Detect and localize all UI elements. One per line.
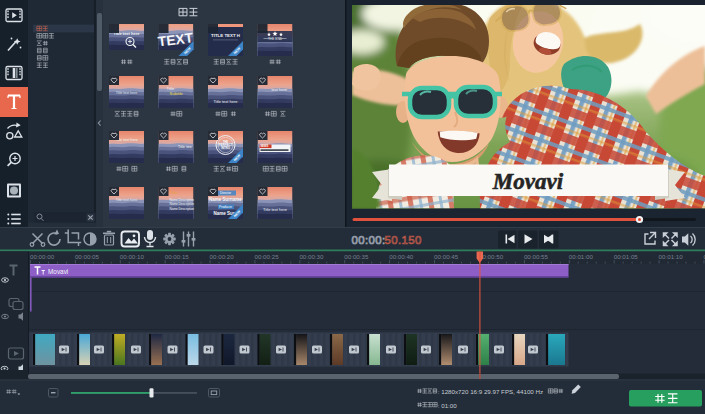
svg-text:Title text here: Title text here [116,198,138,202]
svg-text:Title text here: Title text here [263,207,288,212]
svg-text:00:01:10: 00:01:10 [659,253,684,260]
svg-text:50.150: 50.150 [385,234,422,246]
svg-text:00:00:25: 00:00:25 [255,253,280,260]
svg-text:00:00:45: 00:00:45 [434,253,459,260]
svg-text:: 1280x720 16:9 29.97 FPS, 441: : 1280x720 16:9 29.97 FPS, 44100 Hz [438,388,543,395]
svg-text:TITLE TEXT H: TITLE TEXT H [211,33,240,38]
svg-text:Name Description: Name Description [170,198,195,202]
svg-text:Producer: Producer [219,205,233,209]
svg-text:00:00:40: 00:00:40 [389,253,414,260]
svg-text:00:00:30: 00:00:30 [299,253,324,260]
svg-text:Movavi: Movavi [48,268,68,275]
svg-text:Title tex: Title tex [178,144,192,149]
svg-text:Movavi: Movavi [492,169,564,194]
svg-text:Name Description: Name Description [170,207,195,211]
svg-text:00:00:15: 00:00:15 [165,253,190,260]
svg-text:Title text here: Title text here [213,99,238,104]
svg-text:THE END: THE END [268,37,283,41]
svg-text:Name Surname: Name Surname [209,197,242,202]
svg-text:00:01:05: 00:01:05 [614,253,639,260]
svg-text:00:00:35: 00:00:35 [344,253,369,260]
svg-text:Title: Title [170,190,178,195]
svg-text:INTRO: INTRO [221,146,231,150]
svg-text:00:00:55: 00:00:55 [524,253,549,260]
svg-text:Subtitle: Subtitle [170,91,184,96]
svg-text:Director: Director [220,191,232,195]
svg-text:00:00:05: 00:00:05 [75,253,100,260]
svg-text:Title text here: Title text here [116,91,138,95]
svg-text:00:00:20: 00:00:20 [210,253,235,260]
svg-text:00:00:: 00:00: [352,234,386,246]
svg-text:text here: text here [272,87,288,92]
svg-text:00:00:10: 00:00:10 [120,253,145,260]
svg-text:NEWS: NEWS [261,144,269,148]
svg-text:: 01:00: : 01:00 [438,402,457,409]
svg-text:00:01:00: 00:01:00 [569,253,594,260]
svg-text:00:00:00: 00:00:00 [30,253,55,260]
svg-text:Name Description: Name Description [170,202,195,206]
